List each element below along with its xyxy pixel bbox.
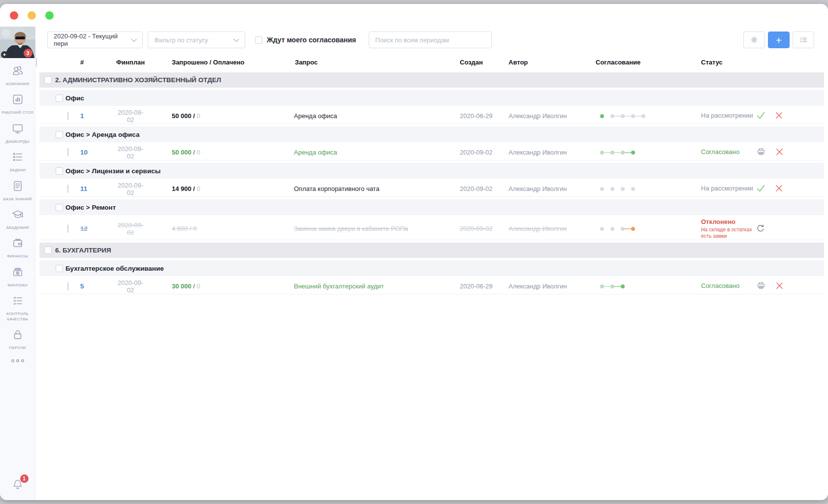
row-checkbox[interactable] [67, 112, 68, 120]
sidebar-item-база-знаний[interactable]: БАЗА ЗНАНИЙ [0, 180, 35, 202]
bell-badge: 1 [20, 474, 29, 483]
sidebar-item-пароли[interactable]: ПАРОЛИ [0, 328, 35, 350]
notifications-bell-button[interactable]: 1 [12, 478, 24, 500]
approval-step-dot [631, 151, 635, 155]
sidebar-item-финплан[interactable]: $ФИНПЛАН [0, 266, 35, 288]
list-icon [799, 35, 808, 44]
status-filter-select[interactable]: Фильтр по статусу [148, 32, 245, 48]
reject-x-button[interactable] [775, 148, 784, 158]
maximize-window-button[interactable] [45, 11, 54, 20]
app-window: 3 КОМПАНИЯРАБОЧИЙ СТОЛДАШБОРДЫЗАДАЧИБАЗА… [0, 4, 828, 500]
row-checkbox[interactable] [56, 94, 63, 102]
amount-requested: 14 900 / [172, 185, 197, 192]
wallet-icon [11, 237, 24, 252]
more-dots-icon [9, 357, 26, 366]
row-checkbox[interactable] [67, 224, 68, 233]
table-header: # Финплан Запрошено / Оплачено Запрос Со… [35, 56, 828, 68]
request-number-link[interactable]: 1 [79, 112, 114, 120]
refresh-button[interactable] [756, 224, 764, 234]
row-checkbox[interactable] [67, 185, 68, 193]
category-subgroup-label: Бухгалтерское обслуживание [65, 265, 164, 272]
reject-x-icon [775, 148, 784, 158]
print-button[interactable] [756, 281, 766, 292]
request-title: Внешний бухгалтерский аудит [294, 283, 459, 290]
user-avatar[interactable]: 3 [0, 27, 35, 58]
refresh-icon [756, 224, 764, 234]
request-number-link[interactable]: 12 [79, 225, 114, 232]
reject-x-button[interactable] [775, 111, 783, 121]
sidebar-nav: КОМПАНИЯРАБОЧИЙ СТОЛДАШБОРДЫЗАДАЧИБАЗА З… [0, 64, 35, 372]
row-checkbox[interactable] [56, 204, 63, 211]
row-checkbox[interactable] [56, 131, 63, 138]
amount-requested-paid: 30 000 / 0 [147, 283, 294, 290]
approval-connector [614, 152, 621, 153]
requests-table: # Финплан Запрошено / Оплачено Запрос Со… [35, 56, 828, 294]
request-title: Оплата корпоративного чата [294, 185, 459, 192]
amount-paid: 0 [197, 112, 200, 120]
category-subgroup-row: Офис > Аренда офиса [39, 126, 824, 142]
approve-check-button[interactable] [756, 111, 765, 121]
status-text: Согласовано [701, 282, 756, 290]
row-checkbox[interactable] [67, 282, 68, 290]
col-created: Создан [459, 59, 508, 66]
category-subgroup-row: Офис [39, 90, 824, 106]
awaiting-approval-checkbox[interactable] [255, 36, 262, 44]
add-request-button[interactable]: + [768, 32, 790, 48]
task-list-icon [11, 151, 24, 165]
sidebar-item-академия[interactable]: АКАДЕМИЯ [0, 208, 35, 230]
request-number-link[interactable]: 11 [79, 185, 114, 192]
request-title: Аренда офиса [294, 149, 459, 156]
amount-paid: 0 [197, 149, 200, 156]
sidebar-item-label: КОНТРОЛЬ КАЧЕСТВА [1, 312, 34, 322]
settings-button[interactable] [743, 32, 765, 48]
reject-x-button[interactable] [775, 282, 784, 291]
approval-connector [614, 286, 621, 287]
graduation-cap-icon [11, 208, 25, 223]
row-checkbox[interactable] [56, 265, 63, 272]
approval-step-dot [600, 151, 604, 155]
sidebar-item-финансы[interactable]: ФИНАНСЫ [0, 237, 35, 259]
row-checkbox[interactable] [44, 247, 52, 254]
approval-step-dot [621, 187, 625, 191]
status-note: На складе в остатках есть замки [701, 226, 756, 239]
reject-x-button[interactable] [775, 184, 783, 194]
print-icon [756, 281, 766, 292]
sidebar-item-компания[interactable]: КОМПАНИЯ [0, 64, 35, 87]
row-checkbox[interactable] [67, 148, 68, 157]
col-approval: Согласование [596, 59, 701, 66]
sidebar-item-more[interactable] [0, 357, 35, 366]
col-request: Запрос [294, 59, 459, 66]
status-text: Согласовано [701, 148, 756, 156]
approval-connector [625, 228, 631, 229]
created-date: 2020-06-29 [459, 283, 508, 290]
amount-paid: 0 [197, 185, 200, 192]
request-number-link[interactable]: 5 [79, 283, 114, 290]
sidebar-item-задачи[interactable]: ЗАДАЧИ [0, 151, 35, 173]
awaiting-approval-label: Ждут моего согласования [267, 36, 356, 44]
row-checkbox[interactable] [56, 167, 63, 175]
list-view-button[interactable] [793, 32, 814, 48]
amount-requested-paid: 50 000 / 0 [147, 149, 294, 156]
close-window-button[interactable] [10, 11, 18, 20]
sidebar-item-рабочий-стол[interactable]: РАБОЧИЙ СТОЛ [0, 93, 35, 115]
status-cell: Согласовано [701, 282, 756, 290]
amount-requested: 30 000 / [172, 283, 197, 290]
status-cell: Согласовано [701, 148, 756, 156]
period-select[interactable]: 2020-09-02 - Текущий пери [47, 32, 143, 48]
amount-paid: 0 [197, 283, 200, 290]
print-button[interactable] [756, 147, 766, 158]
row-checkbox[interactable] [44, 76, 52, 84]
amount-requested: 50 000 / [172, 149, 197, 156]
finplan-date: 2020-09-02 [114, 109, 147, 124]
approval-step-dot [610, 151, 614, 155]
sidebar-item-дашборды[interactable]: ДАШБОРДЫ [0, 122, 35, 144]
select-all-checkbox[interactable] [36, 58, 37, 66]
minimize-window-button[interactable] [28, 11, 36, 20]
approve-check-button[interactable] [756, 184, 765, 194]
cell-checkbox [39, 283, 79, 290]
sidebar-item-контроль-качества[interactable]: КОНТРОЛЬ КАЧЕСТВА [0, 294, 35, 322]
request-number-link[interactable]: 10 [79, 149, 114, 156]
sidebar: 3 КОМПАНИЯРАБОЧИЙ СТОЛДАШБОРДЫЗАДАЧИБАЗА… [0, 27, 35, 500]
search-input[interactable] [369, 32, 492, 48]
finplan-date: 2020-09-02 [114, 145, 147, 160]
